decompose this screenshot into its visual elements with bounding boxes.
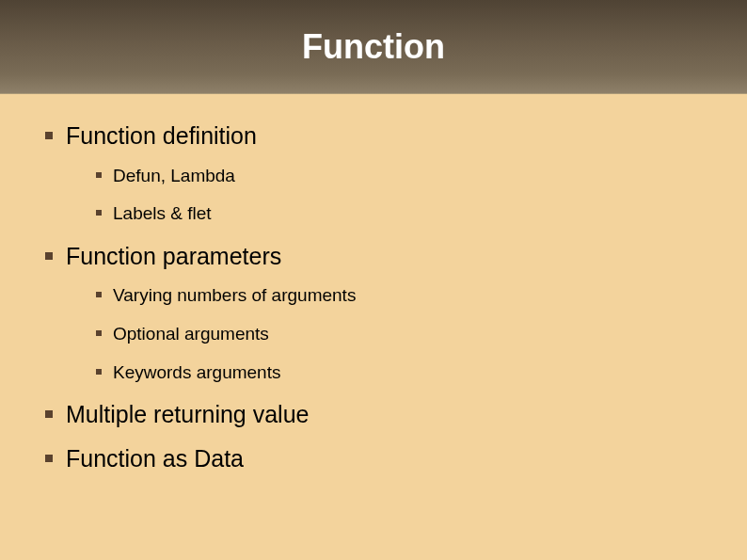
list-item-label: Function definition	[66, 122, 257, 149]
list-item: Labels & flet	[94, 202, 704, 226]
list-item: Multiple returning value	[43, 399, 704, 430]
list-item-label: Optional arguments	[113, 324, 269, 344]
title-bar: Function	[0, 0, 747, 94]
list-item-label: Varying numbers of arguments	[113, 285, 356, 305]
list-item: Keywords arguments	[94, 361, 704, 385]
list-item-label: Function parameters	[66, 243, 281, 269]
list-item-label: Multiple returning value	[66, 401, 309, 427]
list-item: Varying numbers of arguments	[94, 284, 704, 308]
slide-title: Function	[302, 27, 445, 67]
list-item: Function as Data	[43, 443, 704, 474]
bullet-list: Function definition Defun, Lambda Labels…	[43, 120, 704, 473]
list-item-label: Keywords arguments	[113, 362, 280, 382]
sub-bullet-list: Defun, Lambda Labels & flet	[66, 165, 704, 226]
list-item: Function definition Defun, Lambda Labels…	[43, 120, 704, 226]
slide: Function Function definition Defun, Lamb…	[0, 0, 747, 560]
list-item-label: Function as Data	[66, 445, 244, 472]
list-item: Function parameters Varying numbers of a…	[43, 241, 704, 385]
list-item-label: Defun, Lambda	[113, 166, 235, 185]
slide-content: Function definition Defun, Lambda Labels…	[0, 94, 747, 473]
list-item-label: Labels & flet	[113, 203, 212, 223]
sub-bullet-list: Varying numbers of arguments Optional ar…	[66, 284, 704, 384]
list-item: Optional arguments	[94, 323, 704, 346]
list-item: Defun, Lambda	[94, 165, 704, 188]
